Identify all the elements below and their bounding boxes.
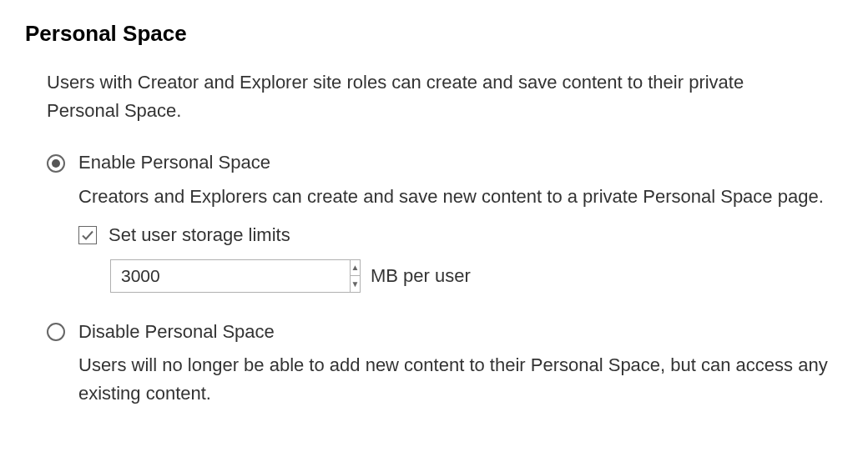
option-disable-header: Disable Personal Space xyxy=(47,318,843,346)
radio-selected-icon xyxy=(52,159,60,168)
storage-limit-input[interactable] xyxy=(111,260,350,292)
section-title: Personal Space xyxy=(25,17,843,50)
storage-spinner: ▲ ▼ xyxy=(350,260,360,292)
radio-disable[interactable] xyxy=(47,323,65,341)
spinner-up-button[interactable]: ▲ xyxy=(351,260,360,277)
option-disable-label: Disable Personal Space xyxy=(78,318,275,346)
storage-input-wrapper: ▲ ▼ xyxy=(110,259,361,293)
option-enable-description: Creators and Explorers can create and sa… xyxy=(78,183,830,211)
section-description: Users with Creator and Explorer site rol… xyxy=(47,68,815,125)
spinner-down-button[interactable]: ▼ xyxy=(351,276,360,292)
option-enable-label: Enable Personal Space xyxy=(78,148,270,177)
storage-limits-row: Set user storage limits xyxy=(78,221,843,249)
option-disable-block: Disable Personal Space Users will no lon… xyxy=(47,318,843,408)
option-enable-block: Enable Personal Space Creators and Explo… xyxy=(47,148,843,292)
triangle-up-icon: ▲ xyxy=(351,264,360,272)
storage-limits-suboption: Set user storage limits ▲ ▼ MB per user xyxy=(78,221,843,293)
triangle-down-icon: ▼ xyxy=(351,280,360,289)
option-disable-description: Users will no longer be able to add new … xyxy=(78,351,830,408)
checkmark-icon xyxy=(81,229,94,242)
option-enable-header: Enable Personal Space xyxy=(47,148,843,177)
storage-unit-label: MB per user xyxy=(371,262,471,290)
storage-limits-label: Set user storage limits xyxy=(108,221,290,249)
storage-input-row: ▲ ▼ MB per user xyxy=(110,259,843,293)
radio-enable[interactable] xyxy=(47,154,65,173)
storage-limits-checkbox[interactable] xyxy=(78,226,97,244)
